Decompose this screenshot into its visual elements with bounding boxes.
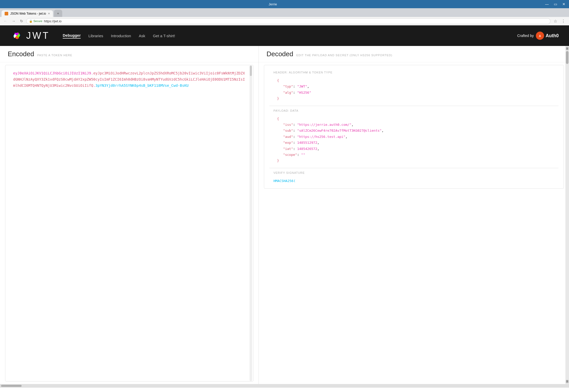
nav-links: Debugger Libraries Introduction Ask Get … [63, 33, 509, 39]
auth0-logo[interactable]: A Auth0 [536, 32, 559, 40]
payload-section: PAYLOAD: DATA { "iss": "https://jerrie.a… [269, 106, 558, 168]
back-button[interactable]: ← [2, 18, 9, 24]
decoded-panel: Decoded EDIT THE PAYLOAD AND SECRET (ONL… [259, 46, 569, 384]
decoded-subtitle: EDIT THE PAYLOAD AND SECRET (ONLY HS256 … [296, 54, 392, 57]
right-scrollbar[interactable]: ▲ ▼ [565, 46, 569, 384]
main-content: Encoded PASTE A TOKEN HERE eyJ0eXAiOiJKV… [0, 46, 569, 384]
token-part1: eyJ0eXAiOiJKV1QiLCJhbGciOiJIUzI1NiJ9 [13, 71, 91, 75]
header-section: HEADER: ALGORITHM & TOKEN TYPE { "typ": … [269, 68, 558, 106]
url-display: https://jwt.io [44, 19, 548, 23]
nav-ask[interactable]: Ask [139, 34, 145, 38]
auth0-text: Auth0 [546, 33, 559, 39]
encoded-subtitle: PASTE A TOKEN HERE [37, 54, 72, 57]
tab-favicon [5, 12, 8, 15]
tab-title: JSON Web Tokens - jwt.io [10, 12, 46, 15]
token-part3: 3pYN3Yjd0rrhA5SYNK6p4sB_bKF118MVse_Cwd-B… [95, 83, 188, 88]
close-button[interactable]: ✕ [561, 2, 567, 7]
verify-section: VERIFY SIGNATURE HMACSHA256( [269, 168, 558, 186]
bottom-scrollbar-thumb[interactable] [1, 385, 22, 387]
encoded-token[interactable]: eyJ0eXAiOiJKV1QiLCJhbGciOiJIUzI1NiJ9.eyJ… [13, 70, 245, 89]
verify-section-label: VERIFY SIGNATURE [269, 168, 558, 176]
encoded-panel: Encoded PASTE A TOKEN HERE eyJ0eXAiOiJKV… [0, 46, 259, 384]
svg-text:A: A [539, 34, 541, 37]
encoded-header: Encoded PASTE A TOKEN HERE [0, 46, 259, 62]
forward-button[interactable]: → [10, 18, 17, 24]
crafted-by-text: Crafted by [517, 34, 534, 38]
payload-content[interactable]: { "iss": "https://jerrie.auth0.com/", "s… [269, 114, 558, 168]
bookmark-button[interactable]: ☆ [552, 18, 559, 24]
refresh-button[interactable]: ↻ [19, 18, 25, 24]
decoded-header: Decoded EDIT THE PAYLOAD AND SECRET (ONL… [259, 46, 569, 62]
titlebar-user: Jerrie [269, 2, 277, 6]
address-bar[interactable]: 🔒 Secure https://jwt.io [26, 18, 550, 24]
navbar: JWT Debugger Libraries Introduction Ask … [0, 25, 569, 46]
nav-introduction[interactable]: Introduction [111, 34, 131, 38]
nav-libraries[interactable]: Libraries [88, 34, 103, 38]
header-content[interactable]: { "typ": "JWT", "alg": "HS256" } [269, 75, 558, 106]
secure-label: Secure [33, 20, 42, 23]
encoded-content-box[interactable]: eyJ0eXAiOiJKV1QiLCJhbGciOiJIUzI1NiJ9.eyJ… [5, 65, 253, 381]
decoded-sections: HEADER: ALGORITHM & TOKEN TYPE { "typ": … [264, 65, 564, 189]
header-section-label: HEADER: ALGORITHM & TOKEN TYPE [269, 68, 558, 75]
decoded-title: Decoded [267, 50, 293, 58]
minimize-button[interactable]: — [544, 2, 550, 7]
crafted-by-area: Crafted by A Auth0 [517, 32, 559, 40]
nav-debugger[interactable]: Debugger [63, 33, 81, 39]
token-dot1: . [91, 71, 93, 75]
jwt-logo-icon [10, 29, 23, 42]
lock-icon: 🔒 [29, 20, 33, 23]
logo-area[interactable]: JWT [10, 29, 50, 42]
hmac-function[interactable]: HMACSHA256( [269, 176, 558, 186]
maximize-button[interactable]: ▭ [552, 2, 559, 7]
active-tab[interactable]: JSON Web Tokens - jwt.io × [2, 10, 53, 17]
logo-text: JWT [26, 30, 50, 41]
bottom-scrollbar[interactable] [0, 384, 569, 388]
new-tab-button[interactable]: + [54, 10, 62, 17]
tab-close-button[interactable]: × [48, 12, 50, 15]
menu-button[interactable]: ⋮ [560, 18, 567, 24]
nav-tshirt[interactable]: Get a T-shirt! [153, 34, 175, 38]
payload-section-label: PAYLOAD: DATA [269, 106, 558, 114]
scrollbar-thumb[interactable] [566, 51, 568, 64]
encoded-title: Encoded [8, 50, 34, 58]
auth0-icon: A [536, 32, 544, 40]
